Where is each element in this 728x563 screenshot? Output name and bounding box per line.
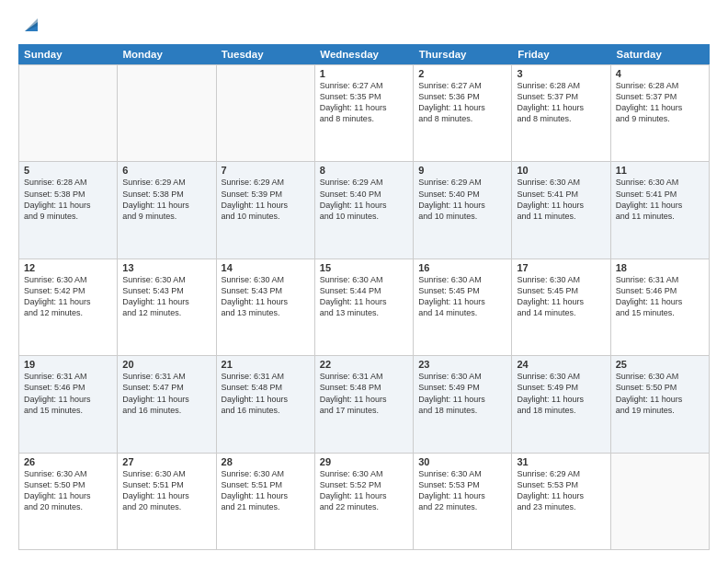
day-cell-20: 20Sunrise: 6:31 AM Sunset: 5:47 PM Dayli… <box>118 356 216 452</box>
day-number: 23 <box>418 359 506 370</box>
day-info: Sunrise: 6:30 AM Sunset: 5:49 PM Dayligh… <box>418 371 506 416</box>
day-info: Sunrise: 6:30 AM Sunset: 5:51 PM Dayligh… <box>122 468 210 513</box>
header-day-thursday: Thursday <box>414 44 512 64</box>
day-cell-22: 22Sunrise: 6:31 AM Sunset: 5:48 PM Dayli… <box>315 356 414 452</box>
empty-cell <box>118 65 216 161</box>
day-info: Sunrise: 6:31 AM Sunset: 5:48 PM Dayligh… <box>222 371 310 416</box>
logo <box>18 17 41 35</box>
day-info: Sunrise: 6:28 AM Sunset: 5:38 PM Dayligh… <box>24 177 112 222</box>
day-cell-25: 25Sunrise: 6:30 AM Sunset: 5:50 PM Dayli… <box>611 356 710 452</box>
calendar-body: 1Sunrise: 6:27 AM Sunset: 5:35 PM Daylig… <box>18 64 710 550</box>
day-number: 25 <box>616 359 704 370</box>
header-day-wednesday: Wednesday <box>314 44 413 64</box>
day-cell-3: 3Sunrise: 6:28 AM Sunset: 5:37 PM Daylig… <box>512 65 610 161</box>
day-cell-28: 28Sunrise: 6:30 AM Sunset: 5:51 PM Dayli… <box>217 454 315 549</box>
day-number: 13 <box>122 262 210 273</box>
day-number: 18 <box>616 262 704 273</box>
logo-icon <box>21 15 41 35</box>
day-cell-7: 7Sunrise: 6:29 AM Sunset: 5:39 PM Daylig… <box>217 162 315 258</box>
day-info: Sunrise: 6:29 AM Sunset: 5:40 PM Dayligh… <box>418 177 506 222</box>
header <box>18 17 710 35</box>
day-info: Sunrise: 6:29 AM Sunset: 5:40 PM Dayligh… <box>320 177 408 222</box>
day-number: 4 <box>616 68 704 79</box>
day-cell-4: 4Sunrise: 6:28 AM Sunset: 5:37 PM Daylig… <box>611 65 710 161</box>
day-number: 24 <box>517 359 605 370</box>
day-info: Sunrise: 6:31 AM Sunset: 5:48 PM Dayligh… <box>320 371 408 416</box>
day-info: Sunrise: 6:30 AM Sunset: 5:42 PM Dayligh… <box>24 274 112 319</box>
header-day-monday: Monday <box>117 44 215 64</box>
day-info: Sunrise: 6:31 AM Sunset: 5:46 PM Dayligh… <box>24 371 112 416</box>
day-info: Sunrise: 6:30 AM Sunset: 5:43 PM Dayligh… <box>222 274 310 319</box>
day-info: Sunrise: 6:30 AM Sunset: 5:41 PM Dayligh… <box>517 177 605 222</box>
day-number: 16 <box>418 262 506 273</box>
day-number: 8 <box>320 165 408 176</box>
day-cell-11: 11Sunrise: 6:30 AM Sunset: 5:41 PM Dayli… <box>611 162 710 258</box>
day-number: 7 <box>222 165 310 176</box>
day-number: 11 <box>616 165 704 176</box>
empty-cell <box>217 65 315 161</box>
day-number: 19 <box>24 359 112 370</box>
day-cell-26: 26Sunrise: 6:30 AM Sunset: 5:50 PM Dayli… <box>19 454 118 549</box>
day-number: 28 <box>222 456 310 467</box>
calendar-row-0: 1Sunrise: 6:27 AM Sunset: 5:35 PM Daylig… <box>18 64 710 161</box>
header-day-friday: Friday <box>512 44 610 64</box>
day-number: 29 <box>320 456 408 467</box>
day-number: 26 <box>24 456 112 467</box>
day-number: 10 <box>517 165 605 176</box>
calendar-row-1: 5Sunrise: 6:28 AM Sunset: 5:38 PM Daylig… <box>18 161 710 258</box>
day-info: Sunrise: 6:29 AM Sunset: 5:53 PM Dayligh… <box>517 468 605 513</box>
page: SundayMondayTuesdayWednesdayThursdayFrid… <box>0 0 728 563</box>
day-number: 21 <box>222 359 310 370</box>
day-cell-29: 29Sunrise: 6:30 AM Sunset: 5:52 PM Dayli… <box>315 454 414 549</box>
day-cell-30: 30Sunrise: 6:30 AM Sunset: 5:53 PM Dayli… <box>414 454 512 549</box>
calendar-row-2: 12Sunrise: 6:30 AM Sunset: 5:42 PM Dayli… <box>18 259 710 355</box>
day-number: 30 <box>418 456 506 467</box>
calendar: SundayMondayTuesdayWednesdayThursdayFrid… <box>18 44 710 550</box>
day-info: Sunrise: 6:27 AM Sunset: 5:35 PM Dayligh… <box>320 80 408 125</box>
day-info: Sunrise: 6:30 AM Sunset: 5:45 PM Dayligh… <box>517 274 605 319</box>
day-cell-10: 10Sunrise: 6:30 AM Sunset: 5:41 PM Dayli… <box>512 162 610 258</box>
day-cell-17: 17Sunrise: 6:30 AM Sunset: 5:45 PM Dayli… <box>512 259 610 355</box>
day-cell-19: 19Sunrise: 6:31 AM Sunset: 5:46 PM Dayli… <box>19 356 118 452</box>
day-cell-9: 9Sunrise: 6:29 AM Sunset: 5:40 PM Daylig… <box>414 162 512 258</box>
day-number: 5 <box>24 165 112 176</box>
day-number: 17 <box>517 262 605 273</box>
day-cell-27: 27Sunrise: 6:30 AM Sunset: 5:51 PM Dayli… <box>118 454 216 549</box>
day-info: Sunrise: 6:31 AM Sunset: 5:47 PM Dayligh… <box>122 371 210 416</box>
day-number: 27 <box>122 456 210 467</box>
day-info: Sunrise: 6:30 AM Sunset: 5:43 PM Dayligh… <box>122 274 210 319</box>
day-info: Sunrise: 6:28 AM Sunset: 5:37 PM Dayligh… <box>616 80 704 125</box>
day-cell-6: 6Sunrise: 6:29 AM Sunset: 5:38 PM Daylig… <box>118 162 216 258</box>
header-day-saturday: Saturday <box>611 44 710 64</box>
day-cell-13: 13Sunrise: 6:30 AM Sunset: 5:43 PM Dayli… <box>118 259 216 355</box>
day-number: 2 <box>418 68 506 79</box>
calendar-row-3: 19Sunrise: 6:31 AM Sunset: 5:46 PM Dayli… <box>18 355 710 452</box>
day-info: Sunrise: 6:30 AM Sunset: 5:50 PM Dayligh… <box>24 468 112 513</box>
empty-cell <box>19 65 118 161</box>
day-cell-15: 15Sunrise: 6:30 AM Sunset: 5:44 PM Dayli… <box>315 259 414 355</box>
day-number: 9 <box>418 165 506 176</box>
day-info: Sunrise: 6:31 AM Sunset: 5:46 PM Dayligh… <box>616 274 704 319</box>
day-number: 3 <box>517 68 605 79</box>
day-info: Sunrise: 6:30 AM Sunset: 5:50 PM Dayligh… <box>616 371 704 416</box>
day-number: 20 <box>122 359 210 370</box>
day-cell-8: 8Sunrise: 6:29 AM Sunset: 5:40 PM Daylig… <box>315 162 414 258</box>
day-cell-18: 18Sunrise: 6:31 AM Sunset: 5:46 PM Dayli… <box>611 259 710 355</box>
day-info: Sunrise: 6:28 AM Sunset: 5:37 PM Dayligh… <box>517 80 605 125</box>
day-cell-21: 21Sunrise: 6:31 AM Sunset: 5:48 PM Dayli… <box>217 356 315 452</box>
day-number: 22 <box>320 359 408 370</box>
day-info: Sunrise: 6:30 AM Sunset: 5:44 PM Dayligh… <box>320 274 408 319</box>
header-day-sunday: Sunday <box>18 44 117 64</box>
day-cell-5: 5Sunrise: 6:28 AM Sunset: 5:38 PM Daylig… <box>19 162 118 258</box>
day-info: Sunrise: 6:30 AM Sunset: 5:52 PM Dayligh… <box>320 468 408 513</box>
day-number: 15 <box>320 262 408 273</box>
day-cell-14: 14Sunrise: 6:30 AM Sunset: 5:43 PM Dayli… <box>217 259 315 355</box>
day-number: 12 <box>24 262 112 273</box>
day-number: 31 <box>517 456 605 467</box>
day-number: 1 <box>320 68 408 79</box>
day-info: Sunrise: 6:30 AM Sunset: 5:51 PM Dayligh… <box>222 468 310 513</box>
day-cell-31: 31Sunrise: 6:29 AM Sunset: 5:53 PM Dayli… <box>512 454 610 549</box>
calendar-header: SundayMondayTuesdayWednesdayThursdayFrid… <box>18 44 710 64</box>
day-cell-24: 24Sunrise: 6:30 AM Sunset: 5:49 PM Dayli… <box>512 356 610 452</box>
day-cell-12: 12Sunrise: 6:30 AM Sunset: 5:42 PM Dayli… <box>19 259 118 355</box>
